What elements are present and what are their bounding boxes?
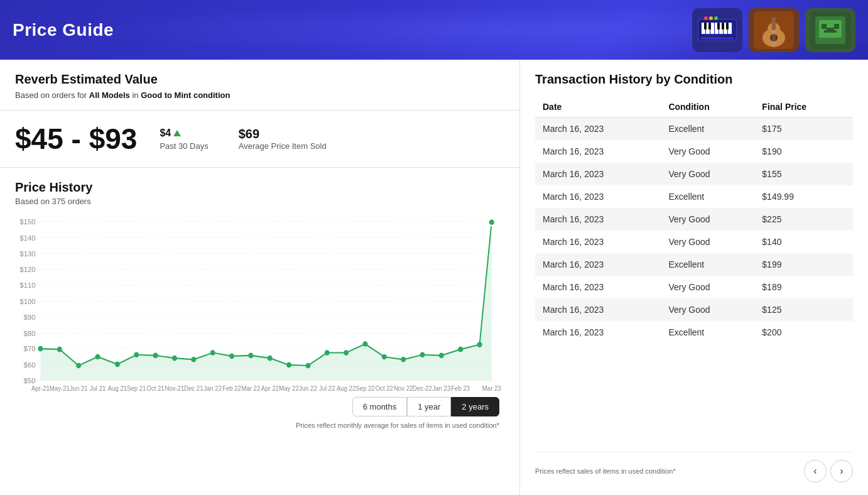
- chart-point: [76, 363, 81, 369]
- chart-point: [172, 356, 177, 361]
- chart-point: [115, 362, 120, 367]
- svg-text:$130: $130: [20, 249, 36, 257]
- table-row: March 16, 2023Very Good$125: [535, 298, 853, 321]
- price-change: $4: [160, 128, 208, 139]
- chart-point: [458, 347, 463, 352]
- cell-condition: Very Good: [661, 276, 754, 298]
- svg-text:$100: $100: [20, 298, 36, 305]
- cell-price: $189: [754, 276, 853, 298]
- estimated-value-subtitle: Based on orders for All Models in Good t…: [15, 90, 504, 100]
- chart-container: $150 $140 $130 $120 $110 $100 $90 $80 $7…: [15, 216, 504, 392]
- svg-text:$110: $110: [20, 281, 36, 289]
- cell-condition: Excellent: [661, 185, 754, 208]
- chart-point: [248, 353, 253, 359]
- header-icons: [692, 8, 855, 52]
- cell-condition: Very Good: [661, 208, 754, 231]
- cell-price: $175: [754, 117, 853, 141]
- col-date: Date: [535, 97, 661, 117]
- chart-point: [229, 354, 234, 359]
- chart-point: [344, 350, 349, 356]
- svg-text:May-21: May-21: [50, 385, 70, 392]
- svg-rect-30: [834, 24, 839, 29]
- svg-rect-9: [704, 23, 707, 30]
- svg-text:Feb 23: Feb 23: [451, 385, 470, 392]
- price-meta: $4 Past 30 Days: [160, 128, 208, 151]
- chart-point: [420, 352, 425, 357]
- next-page-button[interactable]: ›: [830, 460, 853, 482]
- keyboard-icon-box: [692, 8, 742, 52]
- 6months-button[interactable]: 6 months: [352, 397, 407, 416]
- svg-point-16: [714, 16, 718, 20]
- chart-point: [401, 357, 406, 362]
- svg-text:$90: $90: [24, 313, 36, 320]
- price-history-note: Prices reflect monthly average for sales…: [15, 422, 504, 429]
- svg-text:Jun 22: Jun 22: [299, 385, 317, 392]
- subtitle-middle: in: [130, 90, 141, 100]
- svg-text:$150: $150: [20, 218, 36, 226]
- table-row: March 16, 2023Very Good$190: [535, 140, 853, 163]
- cell-price: $190: [754, 140, 853, 163]
- svg-rect-29: [822, 24, 827, 29]
- pagination: ‹ ›: [804, 460, 853, 482]
- svg-text:Sep 22: Sep 22: [355, 385, 375, 392]
- price-display-section: $45 - $93 $4 Past 30 Days $69 Average Pr…: [0, 111, 519, 168]
- price-change-value: $4: [160, 128, 171, 139]
- 1year-button[interactable]: 1 year: [407, 397, 451, 416]
- table-row: March 16, 2023Very Good$155: [535, 163, 853, 185]
- table-row: March 16, 2023Excellent$149.99: [535, 185, 853, 208]
- svg-text:Aug 22: Aug 22: [337, 385, 356, 392]
- chart-point: [210, 350, 215, 356]
- cell-condition: Excellent: [661, 117, 754, 141]
- table-body: March 16, 2023Excellent$175March 16, 202…: [535, 117, 853, 344]
- plugin-icon-box: [805, 8, 855, 52]
- svg-text:Dec-22: Dec-22: [413, 385, 432, 392]
- 2years-button[interactable]: 2 years: [451, 397, 499, 416]
- svg-rect-32: [827, 28, 834, 33]
- cell-price: $225: [754, 208, 853, 231]
- app-root: Price Guide: [0, 0, 868, 495]
- right-panel: Transaction History by Condition Date Co…: [520, 60, 868, 495]
- table-row: March 16, 2023Very Good$189: [535, 276, 853, 298]
- table-header-row: Date Condition Final Price: [535, 97, 853, 117]
- header: Price Guide: [0, 0, 868, 60]
- svg-text:Apr 22: Apr 22: [261, 385, 279, 392]
- chart-point: [477, 342, 482, 347]
- cell-price: $155: [754, 163, 853, 185]
- svg-text:Mar 23: Mar 23: [482, 385, 501, 392]
- price-chart: $150 $140 $130 $120 $110 $100 $90 $80 $7…: [15, 216, 504, 392]
- svg-point-15: [709, 16, 713, 20]
- svg-text:May 22: May 22: [279, 385, 299, 392]
- table-row: March 16, 2023Excellent$199: [535, 253, 853, 276]
- page-title: Price Guide: [13, 20, 114, 40]
- cell-date: March 16, 2023: [535, 163, 661, 185]
- price-history-subtitle: Based on 375 orders: [15, 197, 504, 206]
- time-filters: 6 months 1 year 2 years: [15, 397, 499, 416]
- chart-point: [305, 363, 310, 369]
- cell-price: $125: [754, 298, 853, 321]
- svg-text:Aug 21: Aug 21: [108, 385, 127, 392]
- svg-text:Jan 22: Jan 22: [203, 385, 222, 392]
- cell-date: March 16, 2023: [535, 185, 661, 208]
- svg-text:Dec 21: Dec 21: [184, 385, 203, 392]
- chart-point: [325, 350, 330, 356]
- transaction-note: Prices reflect sales of items in used co…: [535, 467, 676, 475]
- average-price: $69 Average Price Item Sold: [239, 127, 327, 151]
- svg-text:Oct 22: Oct 22: [376, 385, 394, 392]
- cell-date: March 16, 2023: [535, 276, 661, 298]
- plugin-svg: [810, 11, 850, 49]
- table-header: Date Condition Final Price: [535, 97, 853, 117]
- svg-rect-13: [726, 23, 729, 30]
- cell-condition: Very Good: [661, 298, 754, 321]
- table-row: March 16, 2023Very Good$140: [535, 231, 853, 253]
- prev-page-button[interactable]: ‹: [804, 460, 827, 482]
- svg-point-14: [704, 16, 708, 20]
- svg-text:Sep 21: Sep 21: [127, 385, 146, 392]
- table-row: March 16, 2023Excellent$200: [535, 321, 853, 344]
- cell-date: March 16, 2023: [535, 253, 661, 276]
- cell-price: $199: [754, 253, 853, 276]
- price-period: Past 30 Days: [160, 141, 208, 151]
- chart-point: [95, 354, 100, 360]
- svg-text:Jul 21: Jul 21: [90, 385, 106, 392]
- cell-condition: Very Good: [661, 140, 754, 163]
- cell-condition: Very Good: [661, 163, 754, 185]
